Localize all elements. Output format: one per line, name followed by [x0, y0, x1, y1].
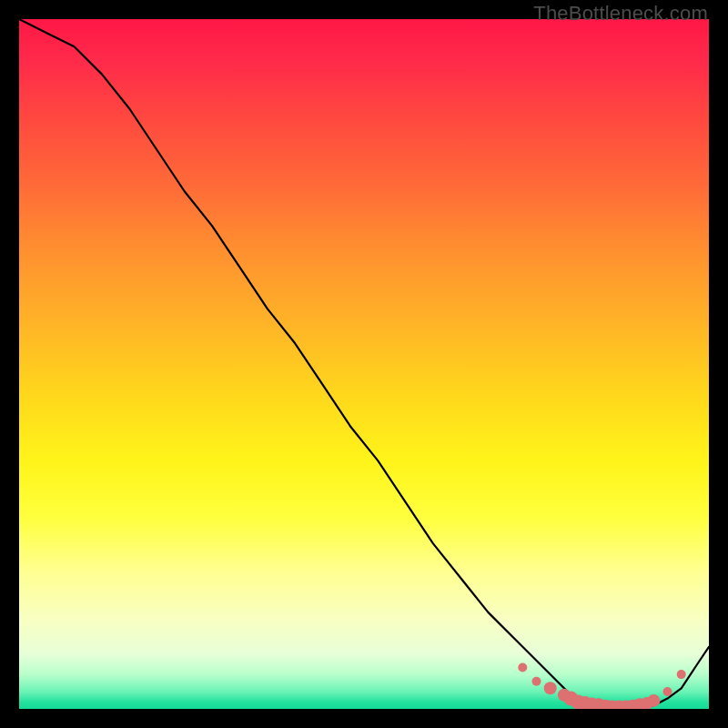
chart-overlay	[19, 19, 709, 709]
chart-stage: TheBottleneck.com	[0, 0, 728, 728]
watermark-text: TheBottleneck.com	[533, 2, 708, 25]
bottleneck-curve	[19, 19, 709, 708]
marker-dot	[532, 677, 541, 686]
marker-dot	[663, 687, 672, 696]
chart-plot-area	[19, 19, 709, 709]
marker-dot	[518, 663, 527, 672]
marker-dot	[544, 682, 557, 694]
marker-dot	[647, 694, 660, 707]
marker-dot	[677, 670, 686, 679]
